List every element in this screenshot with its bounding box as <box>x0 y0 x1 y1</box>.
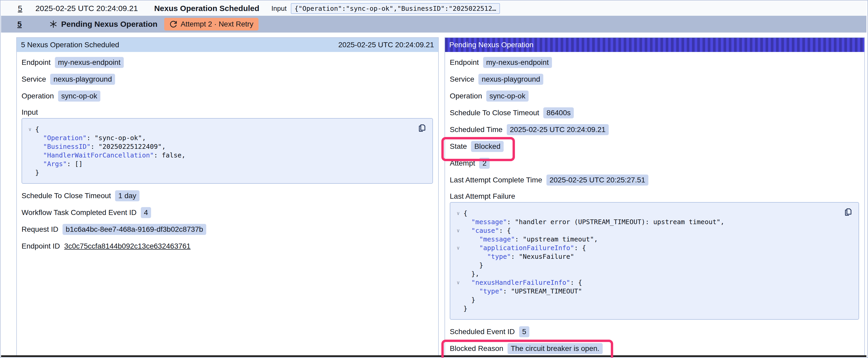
event-timestamp: 2025-02-25 UTC 20:24:09.21 <box>35 4 138 13</box>
last-attempt-failure-label: Last Attempt Failure <box>450 191 859 202</box>
field-value-badge: 5 <box>519 326 530 337</box>
code-line: "message": "upstream timeout", <box>453 235 842 243</box>
field-label: Request ID <box>22 225 58 234</box>
code-line: }, <box>453 269 842 278</box>
field-value-badge: 2025-02-25 UTC 20:25:27.51 <box>547 174 648 186</box>
field-label: Operation <box>450 92 482 100</box>
field-value-badge: 4 <box>141 207 151 218</box>
pending-id-link[interactable]: 5 <box>17 20 22 29</box>
field-service: Service nexus-playground <box>450 73 859 85</box>
field-value-badge: 2 <box>479 158 490 169</box>
field-label: Schedule To Close Timeout <box>450 109 539 117</box>
field-value-badge: b1c6a4bc-8ee7-468a-9169-df3b02c8737b <box>63 224 206 235</box>
field-label: Attempt <box>450 159 475 167</box>
code-line: "BusinessID": "20250225122409", <box>25 142 415 151</box>
nexus-event-history-screen: 5 2025-02-25 UTC 20:24:09.21 Nexus Opera… <box>0 0 868 358</box>
scheduled-panel-timestamp: 2025-02-25 UTC 20:24:09.21 <box>338 41 434 49</box>
chevron-down-icon[interactable]: ∨ <box>453 226 463 235</box>
field-blocked-reason: Blocked Reason The circuit breaker is op… <box>450 343 859 354</box>
field-value-badge: 1 day <box>115 190 140 201</box>
code-line: } <box>453 296 842 304</box>
retry-icon <box>169 20 177 28</box>
field-endpoint: Endpoint my-nexus-endpoint <box>450 57 859 68</box>
pending-operation-panel: Pending Nexus Operation Endpoint my-nexu… <box>444 37 865 357</box>
field-label: Scheduled Time <box>450 126 502 134</box>
field-scheduled-time: Scheduled Time 2025-02-25 UTC 20:24:09.2… <box>450 124 859 135</box>
field-label: Schedule To Close Timeout <box>22 192 111 200</box>
field-value-badge: 86400s <box>543 107 574 118</box>
field-value-badge: sync-op-ok <box>486 91 529 102</box>
event-row-nexus-operation-scheduled[interactable]: 5 2025-02-25 UTC 20:24:09.21 Nexus Opera… <box>1 1 866 16</box>
field-value-badge: nexus-playground <box>478 74 543 85</box>
code-line: ∨{ <box>25 125 415 134</box>
field-value-badge: nexus-playground <box>50 74 115 85</box>
field-label: Endpoint <box>450 58 479 67</box>
pending-nexus-operation-row[interactable]: 5 Pending Nexus Operation Attempt 2 · Ne… <box>1 16 866 33</box>
field-service: Service nexus-playground <box>22 73 433 85</box>
event-title: Nexus Operation Scheduled <box>154 4 259 13</box>
chevron-down-icon[interactable]: ∨ <box>25 125 35 134</box>
field-label: Endpoint <box>22 58 51 67</box>
field-endpoint-id: Endpoint ID 3c0c75ccfa8144b092c13ce63246… <box>22 240 433 252</box>
field-endpoint: Endpoint my-nexus-endpoint <box>22 57 433 68</box>
asterisk-icon <box>49 20 58 28</box>
field-state: State Blocked <box>450 141 859 152</box>
code-line: "HandlerWaitForCancellation": false, <box>25 151 415 160</box>
input-section-label: Input <box>22 107 433 118</box>
copy-icon[interactable] <box>417 124 427 133</box>
field-label: Service <box>450 75 474 84</box>
field-scheduled-event-id: Scheduled Event ID 5 <box>450 326 859 337</box>
field-label: State <box>450 142 467 151</box>
bottom-divider-bar <box>1 355 866 357</box>
code-line: } <box>453 261 842 269</box>
field-value-badge: sync-op-ok <box>58 91 100 102</box>
failure-json-viewer: ∨{ "message": "handler error (UPSTREAM_T… <box>450 202 859 320</box>
pending-row-title: Pending Nexus Operation <box>61 20 158 29</box>
code-line: ∨ "nexusHandlerFailureInfo": { <box>453 278 842 287</box>
code-line: "Args": [] <box>25 160 415 168</box>
field-request-id: Request ID b1c6a4bc-8ee7-468a-9169-df3b0… <box>22 224 433 235</box>
scheduled-panel-header: 5 Nexus Operation Scheduled 2025-02-25 U… <box>17 38 438 52</box>
copy-icon[interactable] <box>843 208 853 217</box>
code-line: } <box>453 304 842 313</box>
code-line: "message": "handler error (UPSTREAM_TIME… <box>453 218 842 226</box>
chevron-down-icon[interactable]: ∨ <box>453 243 463 252</box>
attempt-retry-badge: Attempt 2 · Next Retry <box>164 18 258 30</box>
field-label: Service <box>22 75 46 84</box>
code-line: ∨{ <box>453 209 842 218</box>
pending-panel-title: Pending Nexus Operation <box>449 41 533 49</box>
input-json-viewer: ∨{ "Operation": "sync-op-ok", "BusinessI… <box>22 118 433 184</box>
field-label: Operation <box>22 92 54 100</box>
field-attempt: Attempt 2 <box>450 158 859 169</box>
code-line: } <box>25 168 415 177</box>
field-label: Last Attempt Complete Time <box>450 176 542 184</box>
field-value-badge: 2025-02-25 UTC 20:24:09.21 <box>507 124 609 135</box>
field-operation: Operation sync-op-ok <box>22 90 433 102</box>
code-line: "Operation": "sync-op-ok", <box>25 134 415 142</box>
field-last-attempt-complete-time: Last Attempt Complete Time 2025-02-25 UT… <box>450 174 859 186</box>
field-operation: Operation sync-op-ok <box>450 90 859 102</box>
event-id-link[interactable]: 5 <box>18 4 22 13</box>
field-label: Workflow Task Completed Event ID <box>22 208 136 217</box>
code-line: ∨ "applicationFailureInfo": { <box>453 243 842 252</box>
field-schedule-to-close-timeout: Schedule To Close Timeout 1 day <box>22 190 433 202</box>
attempt-retry-text: Attempt 2 · Next Retry <box>181 20 253 28</box>
field-label: Endpoint ID <box>22 242 60 250</box>
endpoint-id-link[interactable]: 3c0c75ccfa8144b092c13ce632463761 <box>64 242 190 250</box>
scheduled-panel-title: 5 Nexus Operation Scheduled <box>21 41 119 49</box>
code-line: ∨ "cause": { <box>453 226 842 235</box>
state-value-badge: Blocked <box>471 141 504 152</box>
scheduled-event-panel: 5 Nexus Operation Scheduled 2025-02-25 U… <box>16 37 439 357</box>
code-line: "type": "NexusFailure" <box>453 252 842 261</box>
field-workflow-task-completed-event-id: Workflow Task Completed Event ID 4 <box>22 207 433 218</box>
chevron-down-icon[interactable]: ∨ <box>453 278 463 287</box>
event-input-label: Input <box>271 4 287 12</box>
field-value-badge: my-nexus-endpoint <box>483 57 552 68</box>
field-value-badge: my-nexus-endpoint <box>55 57 124 68</box>
event-input-preview-badge[interactable]: {"Operation":"sync-op-ok","BusinessID":"… <box>291 3 500 14</box>
chevron-down-icon[interactable]: ∨ <box>453 209 463 218</box>
field-label: Scheduled Event ID <box>450 328 515 336</box>
pending-panel-header: Pending Nexus Operation <box>445 38 864 52</box>
field-label: Blocked Reason <box>450 344 503 353</box>
field-schedule-to-close-timeout: Schedule To Close Timeout 86400s <box>450 107 859 119</box>
